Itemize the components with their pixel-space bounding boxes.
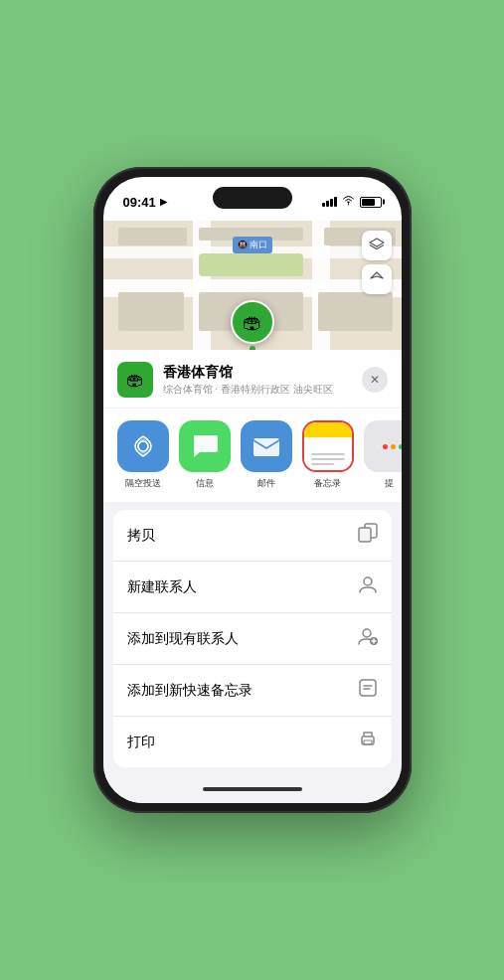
svg-rect-7 [360,680,376,696]
venue-title: 香港体育馆 [163,364,352,382]
phone-screen: 09:41 ▶ [103,177,402,803]
location-arrow-icon [370,271,384,288]
pin-emoji: 🏟 [243,311,262,334]
close-button[interactable]: ✕ [362,367,388,393]
mail-icon [241,420,292,472]
signal-icon [322,197,337,207]
sheet-header: 🏟 香港体育馆 综合体育馆 · 香港特别行政区 油尖旺区 ✕ [103,350,402,408]
share-row: 隔空投送 信息 [103,408,402,502]
location-arrow-icon: ▶ [160,197,167,207]
wifi-icon [342,196,355,208]
notes-label: 备忘录 [314,477,341,490]
venue-pin[interactable]: 🏟 香港体育馆 [228,300,277,350]
battery-icon [360,197,382,208]
venue-info: 香港体育馆 综合体育馆 · 香港特别行政区 油尖旺区 [163,364,352,397]
messages-label: 信息 [196,477,214,490]
copy-icon [358,523,378,548]
home-bar [203,787,302,791]
map-controls [362,231,392,294]
pin-circle: 🏟 [231,300,274,344]
phone-frame: 09:41 ▶ [93,167,412,813]
mail-label: 邮件 [257,477,275,490]
add-notes-icon [358,678,378,703]
share-item-more[interactable]: 提 [364,420,402,490]
location-button[interactable] [362,264,392,294]
svg-rect-9 [364,740,372,744]
messages-icon [179,420,231,472]
action-copy[interactable]: 拷贝 [113,510,392,562]
share-item-mail[interactable]: 邮件 [241,420,292,490]
action-print[interactable]: 打印 [113,717,392,767]
airdrop-icon [117,420,169,472]
print-icon [358,730,378,754]
svg-point-5 [363,629,371,637]
svg-rect-3 [359,528,371,542]
action-new-contact[interactable]: 新建联系人 [113,562,392,613]
venue-emoji: 🏟 [126,370,144,391]
time-display: 09:41 [123,195,156,210]
print-label: 打印 [127,734,155,751]
map-area[interactable]: 🚇 南口 [103,221,402,350]
map-entrance-label: 🚇 南口 [233,237,272,253]
airdrop-label: 隔空投送 [125,477,161,490]
new-contact-icon [358,574,378,599]
share-item-messages[interactable]: 信息 [179,420,231,490]
copy-label: 拷贝 [127,527,155,545]
new-contact-label: 新建联系人 [127,578,197,596]
notes-icon-inner [304,422,352,470]
add-existing-label: 添加到现有联系人 [127,630,239,648]
svg-point-4 [364,577,372,585]
share-item-airdrop[interactable]: 隔空投送 [117,420,169,490]
add-notes-label: 添加到新快速备忘录 [127,682,252,700]
dynamic-island [213,187,292,209]
share-item-notes[interactable]: 备忘录 [302,420,354,490]
bottom-sheet: 🏟 香港体育馆 综合体育馆 · 香港特别行政区 油尖旺区 ✕ [103,350,402,803]
venue-icon: 🏟 [117,362,153,398]
action-list: 拷贝 新建联系人 [113,510,392,767]
more-icon [364,420,402,472]
add-existing-icon [358,626,378,651]
layers-icon [369,238,385,254]
map-layers-button[interactable] [362,231,392,260]
home-indicator [103,775,402,803]
notes-selected-border [302,420,354,472]
status-time: 09:41 ▶ [123,195,167,210]
more-label: 提 [385,477,394,490]
action-add-notes[interactable]: 添加到新快速备忘录 [113,665,392,717]
action-add-existing[interactable]: 添加到现有联系人 [113,613,392,665]
venue-subtitle: 综合体育馆 · 香港特别行政区 油尖旺区 [163,383,352,397]
svg-rect-1 [253,438,279,456]
status-icons [322,196,382,208]
